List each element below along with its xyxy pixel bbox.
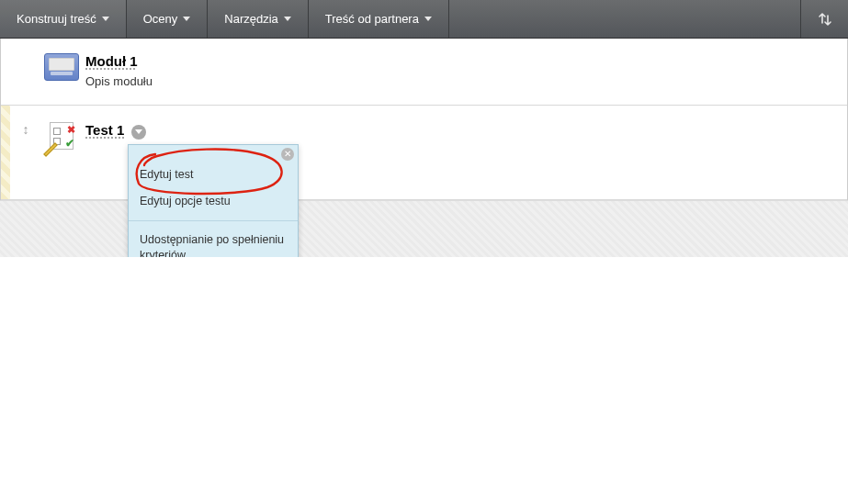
nav-label: Konstruuj treść xyxy=(17,12,96,26)
ctx-edit-test-options[interactable]: Edytuj opcje testu xyxy=(129,188,298,215)
top-nav: Konstruuj treść Oceny Narzędzia Treść od… xyxy=(0,0,848,39)
module-icon xyxy=(44,53,79,81)
drag-column: ↕ xyxy=(19,122,32,153)
test-icon: ✖ ✔ xyxy=(46,122,77,153)
content-area: Moduł 1 Opis modułu ↕ ✖ ✔ Test 1 ✕ xyxy=(0,39,848,200)
context-menu: ✕ Edytuj test Edytuj opcje testu Udostęp… xyxy=(128,144,299,257)
context-menu-group: Edytuj test Edytuj opcje testu xyxy=(129,145,298,221)
chevron-down-icon xyxy=(102,17,109,21)
drag-handle-icon[interactable]: ↕ xyxy=(23,122,29,137)
chevron-down-icon xyxy=(424,17,432,21)
nav-grades[interactable]: Oceny xyxy=(127,0,209,38)
test-item-row: ↕ ✖ ✔ Test 1 ✕ Edytuj test Edytuj opcje … xyxy=(1,106,847,200)
close-icon[interactable]: ✕ xyxy=(281,148,294,161)
nav-tools[interactable]: Narzędzia xyxy=(208,0,309,38)
ctx-edit-test[interactable]: Edytuj test xyxy=(129,162,298,188)
test-item-title[interactable]: Test 1 xyxy=(85,122,124,138)
nav-label: Oceny xyxy=(143,12,178,26)
module-title[interactable]: Moduł 1 xyxy=(85,53,829,69)
context-menu-group: Udostępnianie po spełnieniu kryteriów Ud… xyxy=(129,221,298,257)
ctx-adaptive-release[interactable]: Udostępnianie po spełnieniu kryteriów xyxy=(129,227,298,257)
nav-build-content[interactable]: Konstruuj treść xyxy=(0,0,127,38)
reorder-button[interactable] xyxy=(800,0,848,38)
test-icon-col: ✖ ✔ xyxy=(38,122,85,153)
chevron-down-icon xyxy=(284,17,291,21)
item-options-toggle[interactable] xyxy=(131,125,146,140)
chevron-down-icon xyxy=(183,17,190,21)
reorder-icon xyxy=(818,12,832,27)
module-body: Moduł 1 Opis modułu xyxy=(85,53,829,88)
module-description: Opis modułu xyxy=(85,74,829,88)
module-row: Moduł 1 Opis modułu xyxy=(1,39,847,106)
nav-label: Narzędzia xyxy=(224,12,278,26)
module-icon-col xyxy=(38,53,85,88)
chevron-down-icon xyxy=(135,129,142,134)
nav-partner-content[interactable]: Treść od partnera xyxy=(309,0,449,38)
drag-column xyxy=(19,53,32,88)
nav-label: Treść od partnera xyxy=(325,12,419,26)
test-item-body: Test 1 ✕ Edytuj test Edytuj opcje testu … xyxy=(85,122,829,153)
nav-spacer xyxy=(449,0,800,38)
